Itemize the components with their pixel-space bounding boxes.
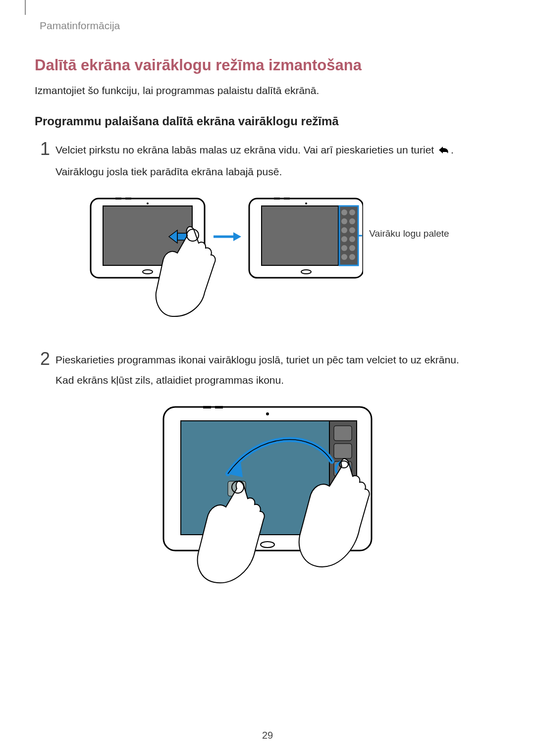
back-icon: [437, 144, 451, 160]
svg-rect-5: [125, 198, 131, 200]
figure-2: [35, 402, 500, 590]
svg-point-21: [349, 236, 355, 242]
svg-point-16: [341, 218, 347, 224]
step-2-line2: Kad ekrāns kļūst zils, atlaidiet program…: [55, 372, 500, 389]
svg-point-2: [147, 202, 149, 204]
step-number: 2: [35, 350, 55, 368]
svg-point-19: [349, 227, 355, 233]
step-1-text-a: Velciet pirkstu no ekrāna labās malas uz…: [55, 144, 437, 155]
svg-rect-29: [284, 198, 290, 200]
svg-rect-39: [334, 444, 352, 458]
svg-rect-12: [262, 206, 338, 265]
intro-text: Izmantojiet šo funkciju, lai programmas …: [35, 85, 500, 97]
figure-1-illustration: [86, 194, 363, 332]
svg-point-24: [341, 254, 347, 260]
svg-rect-33: [203, 406, 211, 408]
step-1: 1 Velciet pirkstu no ekrāna labās malas …: [35, 142, 500, 184]
svg-rect-4: [115, 198, 121, 200]
step-number: 1: [35, 140, 55, 158]
step-2-line1: Pieskarieties programmas ikonai vairāklo…: [55, 352, 500, 368]
figure-1: Vairāku logu palete: [35, 194, 500, 332]
section-header: Pamatinformācija: [40, 20, 500, 32]
subsection-title: Programmu palaišana dalītā ekrāna vairāk…: [35, 114, 500, 128]
svg-rect-34: [215, 406, 223, 408]
callout-label: Vairāku logu palete: [369, 194, 449, 239]
svg-point-25: [349, 254, 355, 260]
step-1-text-b: .: [451, 144, 454, 155]
svg-point-17: [349, 218, 355, 224]
svg-rect-28: [274, 198, 280, 200]
step-1-line2: Vairāklogu josla tiek parādīta ekrāna la…: [55, 164, 500, 180]
svg-point-22: [341, 245, 347, 251]
svg-point-15: [349, 209, 355, 215]
svg-point-14: [341, 209, 347, 215]
page-number: 29: [0, 730, 535, 741]
step-2: 2 Pieskarieties programmas ikonai vairāk…: [35, 352, 500, 392]
page-edge-tick: [25, 0, 26, 15]
svg-marker-10: [233, 232, 241, 241]
svg-rect-38: [334, 426, 352, 441]
svg-point-18: [341, 227, 347, 233]
svg-point-23: [349, 245, 355, 251]
svg-point-20: [341, 236, 347, 242]
svg-point-26: [305, 202, 307, 204]
page-title: Dalītā ekrāna vairāklogu režīma izmantoš…: [35, 56, 500, 74]
figure-2-illustration: [154, 402, 381, 590]
svg-point-32: [266, 412, 269, 415]
